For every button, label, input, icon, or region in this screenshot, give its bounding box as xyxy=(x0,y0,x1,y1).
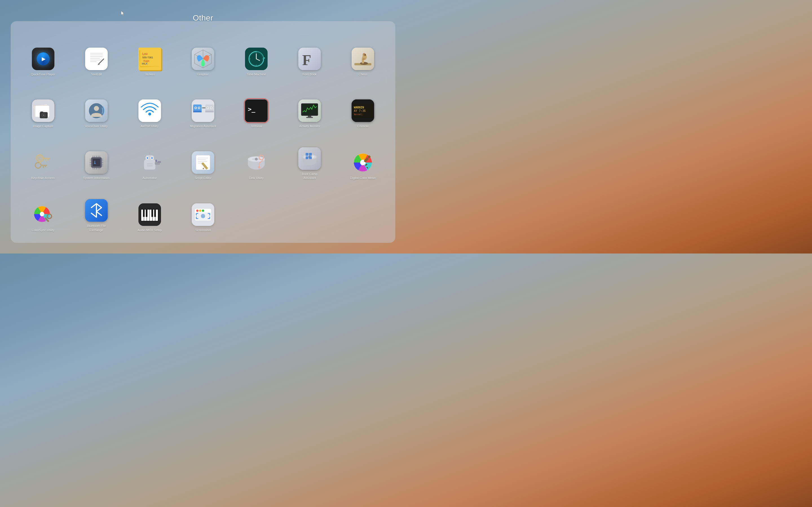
svg-text:>_: >_ xyxy=(248,106,255,113)
svg-rect-87 xyxy=(43,166,44,168)
quicktime-icon xyxy=(32,48,54,70)
app-terminal[interactable]: >_ Terminal xyxy=(230,81,283,133)
svg-text:AY 7:36: AY 7:36 xyxy=(354,109,366,112)
app-imagecapture[interactable]: Image Capture xyxy=(16,81,70,133)
svg-point-37 xyxy=(364,54,366,55)
bootcamp-label: Boot Camp Assistant xyxy=(296,172,324,180)
app-textedit[interactable]: TextEdit xyxy=(70,30,123,81)
app-chess[interactable]: Chess xyxy=(336,30,390,81)
app-bluetooth[interactable]: Bluetooth File Exchange xyxy=(70,185,123,237)
svg-point-50 xyxy=(94,106,99,111)
screenshot-label: Screenshot xyxy=(195,228,211,232)
svg-text:F: F xyxy=(302,52,311,68)
svg-rect-0 xyxy=(88,50,105,68)
empty-cell-3 xyxy=(336,185,390,237)
svg-text:MiLK: MiLK xyxy=(142,62,148,65)
svg-point-176 xyxy=(196,210,199,212)
screenshot-icon xyxy=(192,203,214,226)
app-stickies[interactable]: Lou 555-7361 Eggs MiLK Stickies xyxy=(123,30,176,81)
migration-label: Migration Assistant xyxy=(190,124,216,128)
stickies-label: Stickies xyxy=(144,72,155,76)
svg-rect-55 xyxy=(193,111,202,112)
svg-text:555-7361: 555-7361 xyxy=(142,56,153,59)
quicktime-label: QuickTime Player xyxy=(31,72,55,76)
fontbook-label: Font Book xyxy=(303,72,317,76)
svg-rect-62 xyxy=(205,111,214,112)
svg-rect-83 xyxy=(45,159,46,161)
timemachine-icon xyxy=(245,48,267,70)
app-screenshot[interactable]: Screenshot xyxy=(176,185,230,237)
colorsync-icon xyxy=(32,203,54,226)
colorsync-label: ColorSync Utility xyxy=(32,228,54,232)
chess-label: Chess xyxy=(359,72,367,76)
svg-point-138 xyxy=(255,158,258,161)
launchpad-panel: QuickTime Player xyxy=(11,21,395,243)
svg-rect-85 xyxy=(40,165,47,166)
svg-rect-150 xyxy=(309,156,312,159)
svg-text:Lou: Lou xyxy=(142,52,147,55)
console-icon: WARNIN AY 7:36 kernel: xyxy=(352,100,374,122)
app-audiomidi[interactable]: Audio MIDI Setup xyxy=(123,185,176,237)
app-bootcamp[interactable]: Boot Camp Assistant xyxy=(283,133,336,185)
svg-rect-171 xyxy=(146,210,147,217)
terminal-icon: >_ xyxy=(245,100,267,122)
colorimeter-icon xyxy=(352,151,374,174)
svg-point-80 xyxy=(38,157,42,160)
app-automator[interactable]: Automator xyxy=(123,133,176,185)
app-colorimeter[interactable]: Digital Color Meter xyxy=(336,133,390,185)
keychain-label: Keychain Access xyxy=(31,176,55,180)
empty-cell-2 xyxy=(283,185,336,237)
scripteditor-icon xyxy=(192,151,214,174)
activitymonitor-label: Activity Monitor xyxy=(299,124,320,128)
app-airport[interactable]: AirPort Utility xyxy=(123,81,176,133)
terminal-label: Terminal xyxy=(250,124,262,128)
audiomidi-icon xyxy=(139,203,161,226)
app-voiceover[interactable]: VoiceOver Utility xyxy=(70,81,123,133)
keychain-icon xyxy=(32,151,54,174)
app-keychain[interactable]: Keychain Access xyxy=(16,133,70,185)
grapher-label: Grapher xyxy=(197,72,209,76)
migration-icon xyxy=(192,100,214,122)
app-console[interactable]: WARNIN AY 7:36 kernel: Console xyxy=(336,81,390,133)
svg-point-140 xyxy=(258,166,260,168)
app-fontbook[interactable]: F Font Book xyxy=(283,30,336,81)
app-migration[interactable]: Migration Assistant xyxy=(176,81,230,133)
app-colorsync[interactable]: ColorSync Utility xyxy=(16,185,70,237)
app-scripteditor[interactable]: Script Editor xyxy=(176,133,230,185)
bluetooth-label: Bluetooth File Exchange xyxy=(82,224,110,232)
textedit-icon xyxy=(85,48,108,70)
automator-label: Automator xyxy=(142,176,157,180)
voiceover-label: VoiceOver Utility xyxy=(85,124,108,128)
stickies-icon: Lou 555-7361 Eggs MiLK xyxy=(139,48,161,70)
app-grapher[interactable]: Grapher xyxy=(176,30,230,81)
svg-rect-172 xyxy=(151,210,153,217)
imagecapture-label: Image Capture xyxy=(33,124,53,128)
app-diskutility[interactable]: Disk Utility xyxy=(230,133,283,185)
textedit-label: TextEdit xyxy=(91,72,102,76)
svg-rect-149 xyxy=(306,156,308,159)
svg-rect-73 xyxy=(306,117,313,118)
app-quicktime[interactable]: QuickTime Player xyxy=(16,30,70,81)
voiceover-icon xyxy=(85,100,108,122)
app-timemachine[interactable]: Time Machine xyxy=(230,30,283,81)
svg-rect-86 xyxy=(45,166,46,167)
svg-rect-121 xyxy=(158,161,161,163)
svg-point-154 xyxy=(368,156,370,158)
svg-rect-71 xyxy=(302,104,317,115)
automator-icon xyxy=(139,151,161,174)
fontbook-icon: F xyxy=(298,48,321,70)
diskutility-icon xyxy=(245,151,267,174)
svg-point-119 xyxy=(151,157,153,159)
svg-point-118 xyxy=(147,157,148,159)
svg-point-115 xyxy=(149,152,151,154)
svg-point-65 xyxy=(207,107,208,108)
svg-point-58 xyxy=(195,107,196,108)
app-activitymonitor[interactable]: Activity Monitor xyxy=(283,81,336,133)
airport-icon xyxy=(139,100,161,122)
audiomidi-label: Audio MIDI Setup xyxy=(138,228,162,232)
svg-point-52 xyxy=(148,113,151,115)
app-sysinfo[interactable]: i System Information xyxy=(70,133,123,185)
sysinfo-icon: i xyxy=(85,151,108,174)
scripteditor-label: Script Editor xyxy=(195,176,211,180)
airport-label: AirPort Utility xyxy=(141,124,159,128)
